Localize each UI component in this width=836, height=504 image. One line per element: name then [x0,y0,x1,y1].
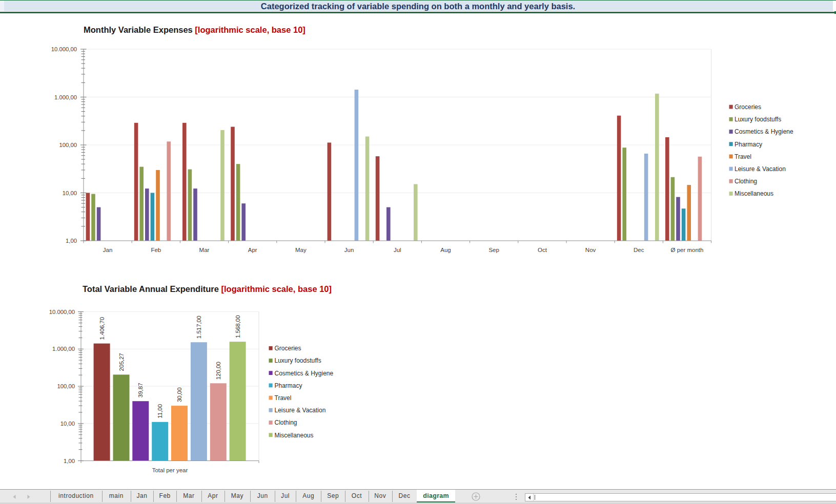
svg-text:May: May [295,247,307,253]
svg-text:10,00: 10,00 [60,421,75,427]
svg-text:100,00: 100,00 [59,142,77,148]
svg-text:Travel: Travel [275,394,292,402]
svg-text:10.000,00: 10.000,00 [49,309,75,315]
svg-text:30,00: 30,00 [176,387,182,402]
svg-text:Groceries: Groceries [275,345,301,352]
svg-text:Feb: Feb [151,247,161,253]
svg-text:Miscellaneous: Miscellaneous [735,190,773,197]
svg-text:Monthly Variable Expenses [log: Monthly Variable Expenses [logarithmic s… [84,25,305,34]
svg-text:10,00: 10,00 [63,190,77,196]
svg-text:Total per year: Total per year [152,467,188,473]
svg-text:Ø per month: Ø per month [671,247,704,253]
svg-text:11,00: 11,00 [157,404,163,418]
svg-text:1.000,00: 1.000,00 [52,346,75,352]
svg-text:Clothing: Clothing [275,419,297,426]
svg-text:Aug: Aug [440,247,451,253]
svg-text:1.406,70: 1.406,70 [99,317,105,340]
svg-text:1,00: 1,00 [64,458,75,464]
svg-text:Luxury foodstuffs: Luxury foodstuffs [735,116,781,123]
svg-text:Cosmetics & Hygiene: Cosmetics & Hygiene [275,370,334,377]
svg-text:Pharmacy: Pharmacy [735,141,762,148]
svg-text:Leisure & Vacation: Leisure & Vacation [275,407,326,414]
svg-text:Mar: Mar [199,247,210,253]
svg-text:Dec: Dec [634,247,644,253]
svg-text:1.568,00: 1.568,00 [235,315,241,338]
svg-text:Sep: Sep [488,247,499,253]
svg-text:Jul: Jul [394,247,401,253]
svg-text:100,00: 100,00 [57,383,75,389]
svg-text:Oct: Oct [538,247,547,253]
svg-text:1.517,00: 1.517,00 [196,316,202,339]
svg-text:Jan: Jan [103,247,113,253]
svg-text:10.000,00: 10.000,00 [51,46,77,52]
svg-text:Groceries: Groceries [735,103,761,111]
svg-text:Cosmetics & Hygiene: Cosmetics & Hygiene [735,128,793,135]
svg-text:Miscellaneous: Miscellaneous [275,432,314,439]
svg-text:Total Variable Annual Expendit: Total Variable Annual Expenditure [logar… [83,284,332,293]
svg-text:Apr: Apr [248,247,257,253]
svg-text:Nov: Nov [585,247,596,253]
svg-text:205,27: 205,27 [118,353,125,371]
svg-text:39,87: 39,87 [138,383,144,397]
svg-text:120,00: 120,00 [215,362,221,380]
svg-text:Travel: Travel [735,153,751,160]
svg-text:Jun: Jun [344,247,354,253]
svg-text:Luxury foodstuffs: Luxury foodstuffs [275,357,321,364]
svg-text:Pharmacy: Pharmacy [275,382,302,389]
svg-text:1.000,00: 1.000,00 [54,94,77,100]
svg-text:Leisure & Vacation: Leisure & Vacation [735,165,786,173]
svg-text:Clothing: Clothing [735,178,757,185]
svg-text:1,00: 1,00 [66,238,77,244]
